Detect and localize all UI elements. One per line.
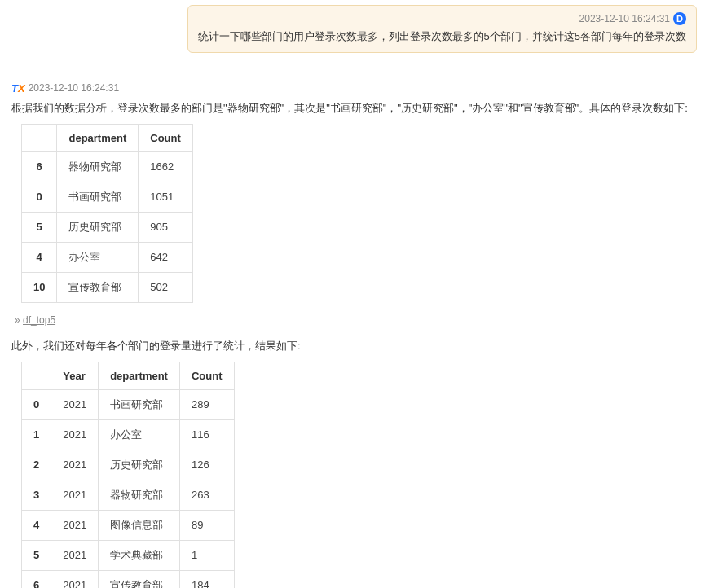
table-cell: 1	[179, 540, 234, 570]
table-cell: 263	[179, 480, 234, 510]
table-cell: 2021	[51, 480, 99, 510]
table-row: 6器物研究部1662	[22, 151, 193, 182]
assistant-timestamp: 2023-12-10 16:24:31	[29, 82, 119, 94]
table-cell: 502	[139, 272, 193, 302]
table-cell: 642	[139, 242, 193, 272]
table-cell: 宣传教育部	[57, 272, 139, 302]
table-cell: 6	[22, 151, 57, 182]
dataframe-reference: » df_top5	[15, 314, 694, 326]
table-cell: 5	[22, 540, 51, 570]
table-cell: 学术典藏部	[99, 540, 180, 570]
table-cell: 0	[22, 182, 57, 212]
table-cell: 6	[22, 570, 51, 588]
table-cell: 书画研究部	[99, 389, 180, 419]
table-cell: 办公室	[57, 242, 139, 272]
table-cell: 历史研究部	[99, 450, 180, 480]
table-cell: 2021	[51, 450, 99, 480]
table-cell: 2021	[51, 540, 99, 570]
table-cell: 0	[22, 389, 51, 419]
table-cell: 器物研究部	[99, 480, 180, 510]
user-message-header: 2023-12-10 16:24:31 D	[198, 12, 686, 25]
user-avatar: D	[673, 12, 686, 25]
assistant-message-container: TX 2023-12-10 16:24:31 根据我们的数据分析，登录次数最多的…	[0, 74, 705, 588]
table-cell: 184	[179, 570, 234, 588]
table-header-row: Year department Count	[22, 362, 235, 389]
table-header-index	[22, 124, 57, 151]
table-row: 52021学术典藏部1	[22, 540, 235, 570]
table-header-row: department Count	[22, 124, 193, 151]
table-cell: 宣传教育部	[99, 570, 180, 588]
table-row: 0书画研究部1051	[22, 182, 193, 212]
table-cell: 4	[22, 510, 51, 540]
tx-logo-icon: TX	[11, 82, 25, 94]
table-row: 4办公室642	[22, 242, 193, 272]
table-cell: 2021	[51, 389, 99, 419]
table-cell: 126	[179, 450, 234, 480]
table-cell: 2021	[51, 419, 99, 450]
table-row: 62021宣传教育部184	[22, 570, 235, 588]
user-message-text: 统计一下哪些部门的用户登录次数最多，列出登录次数最多的5个部门，并统计这5各部门…	[198, 29, 686, 46]
table-cell: 89	[179, 510, 234, 540]
table-cell: 器物研究部	[57, 151, 139, 182]
table-header-year: Year	[51, 362, 99, 389]
table-cell: 905	[139, 212, 193, 242]
table-cell: 1662	[139, 151, 193, 182]
table-row: 5历史研究部905	[22, 212, 193, 242]
user-message-container: 2023-12-10 16:24:31 D 统计一下哪些部门的用户登录次数最多，…	[0, 0, 705, 58]
table-cell: 116	[179, 419, 234, 450]
table-header-count: Count	[179, 362, 234, 389]
table-header-department: department	[57, 124, 139, 151]
table-row: 12021办公室116	[22, 419, 235, 450]
table-row: 10宣传教育部502	[22, 272, 193, 302]
table-row: 02021书画研究部289	[22, 389, 235, 419]
table-cell: 5	[22, 212, 57, 242]
table-cell: 4	[22, 242, 57, 272]
table-row: 42021图像信息部89	[22, 510, 235, 540]
table-row: 22021历史研究部126	[22, 450, 235, 480]
table-cell: 办公室	[99, 419, 180, 450]
table-cell: 2021	[51, 510, 99, 540]
table-cell: 2021	[51, 570, 99, 588]
table-cell: 289	[179, 389, 234, 419]
top5-departments-table: department Count 6器物研究部16620书画研究部10515历史…	[21, 124, 193, 303]
table-cell: 1051	[139, 182, 193, 212]
table-cell: 书画研究部	[57, 182, 139, 212]
assistant-header: TX 2023-12-10 16:24:31	[11, 82, 694, 94]
user-message-bubble: 2023-12-10 16:24:31 D 统计一下哪些部门的用户登录次数最多，…	[187, 5, 697, 53]
table-cell: 图像信息部	[99, 510, 180, 540]
user-timestamp: 2023-12-10 16:24:31	[579, 13, 670, 24]
table-header-department: department	[99, 362, 180, 389]
table-cell: 10	[22, 272, 57, 302]
table-cell: 3	[22, 480, 51, 510]
table-cell: 历史研究部	[57, 212, 139, 242]
table-row: 32021器物研究部263	[22, 480, 235, 510]
ref-prefix: »	[15, 314, 23, 326]
assistant-intro-text: 根据我们的数据分析，登录次数最多的部门是"器物研究部"，其次是"书画研究部"，"…	[11, 99, 694, 117]
table-header-count: Count	[139, 124, 193, 151]
df-top5-link[interactable]: df_top5	[23, 314, 55, 326]
table-cell: 2	[22, 450, 51, 480]
table-header-index	[22, 362, 51, 389]
table-cell: 1	[22, 419, 51, 450]
assistant-mid-text: 此外，我们还对每年各个部门的登录量进行了统计，结果如下:	[11, 337, 694, 355]
yearly-departments-table: Year department Count 02021书画研究部28912021…	[21, 362, 235, 588]
